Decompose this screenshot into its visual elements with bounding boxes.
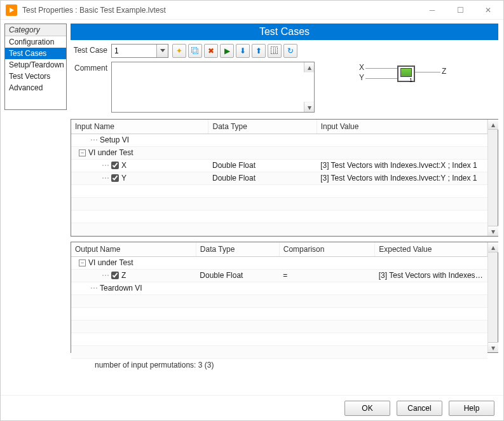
import-button[interactable]: ⬇: [236, 44, 250, 58]
tree-expander-icon[interactable]: −: [79, 149, 86, 156]
output-table: Output NameData TypeComparisonExpected V…: [71, 242, 498, 353]
scroll-down-icon[interactable]: ▾: [488, 342, 498, 352]
svg-marker-0: [10, 8, 14, 13]
help-button[interactable]: Help: [449, 401, 494, 416]
table-row[interactable]: [71, 184, 487, 197]
select-all-icon: ⿲: [271, 46, 278, 55]
table-row[interactable]: [71, 294, 487, 307]
cell-expected: [375, 256, 487, 269]
column-header[interactable]: Output Name: [71, 242, 196, 256]
chevron-down-icon[interactable]: [156, 45, 168, 57]
cell-type: [208, 134, 317, 146]
sidebar-item-setup-teardown[interactable]: Setup/Teardown: [5, 59, 66, 71]
column-header[interactable]: Input Name: [71, 120, 208, 134]
table-row[interactable]: ⋯XDouble Float[3] Test Vectors with Inde…: [71, 159, 487, 172]
table-row[interactable]: −VI under Test: [71, 256, 487, 269]
refresh-button[interactable]: ↻: [283, 44, 297, 58]
category-sidebar: Category ConfigurationTest CasesSetup/Te…: [1, 20, 71, 395]
row-checkbox[interactable]: [111, 272, 119, 279]
sidebar-header: Category: [5, 24, 66, 36]
test-case-select[interactable]: [111, 44, 168, 58]
scroll-down-icon[interactable]: ▾: [488, 226, 498, 236]
table-row[interactable]: [71, 197, 487, 210]
sidebar-item-configuration[interactable]: Configuration: [5, 36, 66, 48]
table-row[interactable]: [71, 320, 487, 333]
run-icon: ▶: [224, 46, 230, 55]
svg-marker-1: [160, 49, 165, 52]
table-row[interactable]: [71, 210, 487, 223]
column-header[interactable]: Data Type: [196, 242, 279, 256]
diagram-output-z: Z: [442, 67, 446, 76]
new-button[interactable]: ✦: [172, 44, 186, 58]
cell-type: Double Float: [208, 159, 317, 172]
column-header[interactable]: Expected Value: [375, 242, 487, 256]
cell-type: [196, 282, 279, 294]
diagram-input-x: X: [359, 63, 364, 72]
column-header[interactable]: Input Value: [317, 120, 487, 134]
permutations-text: number of input permutations: 3 (3): [71, 355, 498, 376]
input-table: Input NameData TypeInput Value ⋯Setup VI…: [71, 119, 498, 237]
row-name: X: [121, 161, 126, 170]
test-case-label: Test Case: [71, 44, 111, 55]
cell-comparison: =: [279, 269, 375, 282]
maximize-button[interactable]: ☐: [446, 1, 474, 19]
close-button[interactable]: ✕: [474, 1, 502, 19]
comment-textarea[interactable]: [112, 62, 304, 112]
sidebar-item-test-cases[interactable]: Test Cases: [5, 48, 66, 59]
scroll-down-icon[interactable]: ▾: [304, 102, 314, 112]
delete-button[interactable]: ✖: [204, 44, 218, 58]
minimize-button[interactable]: ─: [418, 1, 446, 19]
copy-icon: ⿻: [191, 46, 199, 55]
column-header[interactable]: Data Type: [208, 120, 317, 134]
window-title: Test Properties : Basic Test Example.lvt…: [22, 6, 418, 15]
scroll-up-icon[interactable]: ▴: [488, 242, 498, 252]
cell-value: [3] Test Vectors with Indexes.lvvect:X ;…: [317, 159, 487, 172]
table-row[interactable]: [71, 333, 487, 345]
tree-expander-icon[interactable]: −: [79, 259, 86, 266]
tree-branch-icon: ⋯: [102, 271, 109, 280]
cell-type: Double Float: [196, 269, 279, 282]
cell-expected: [3] Test Vectors with Indexes.lvvect:Z ;…: [375, 269, 487, 282]
table-row[interactable]: ⋯YDouble Float[3] Test Vectors with Inde…: [71, 172, 487, 184]
comment-label: Comment: [71, 62, 111, 72]
row-name: VI under Test: [88, 258, 133, 267]
export-button[interactable]: ⬆: [252, 44, 266, 58]
tree-branch-icon: ⋯: [102, 161, 109, 170]
table-row[interactable]: −VI under Test: [71, 146, 487, 159]
cell-comparison: [279, 256, 375, 269]
table-row[interactable]: ⋯Setup VI: [71, 134, 487, 146]
row-checkbox[interactable]: [111, 174, 119, 182]
test-case-input[interactable]: [112, 45, 156, 57]
cell-value: [317, 134, 487, 146]
table-row[interactable]: ⋯Teardown VI: [71, 282, 487, 294]
import-icon: ⬇: [240, 46, 246, 55]
scroll-up-icon[interactable]: ▴: [488, 120, 498, 130]
sidebar-item-advanced[interactable]: Advanced: [5, 82, 66, 93]
sidebar-item-test-vectors[interactable]: Test Vectors: [5, 71, 66, 82]
diagram-input-y: Y: [359, 73, 364, 82]
row-name: VI under Test: [88, 148, 133, 157]
table-row[interactable]: ⋯ZDouble Float=[3] Test Vectors with Ind…: [71, 269, 487, 282]
table-row[interactable]: [71, 307, 487, 320]
row-checkbox[interactable]: [111, 162, 119, 169]
table-row[interactable]: [71, 223, 487, 235]
scroll-up-icon[interactable]: ▴: [304, 62, 314, 72]
column-header[interactable]: Comparison: [279, 242, 375, 256]
cancel-button[interactable]: Cancel: [397, 401, 442, 416]
ok-button[interactable]: OK: [344, 401, 390, 416]
cell-expected: [375, 282, 487, 294]
select-all-button[interactable]: ⿲: [268, 44, 282, 58]
content-header: Test Cases: [71, 24, 498, 40]
tree-branch-icon: ⋯: [102, 174, 109, 183]
delete-icon: ✖: [208, 46, 214, 55]
tree-branch-icon: ⋯: [90, 135, 97, 144]
row-name: Setup VI: [100, 135, 129, 144]
export-icon: ⬆: [255, 46, 262, 55]
cell-type: [196, 256, 279, 269]
vi-diagram: X Y Z 1: [327, 62, 486, 113]
copy-button[interactable]: ⿻: [188, 44, 202, 58]
run-button[interactable]: ▶: [220, 44, 234, 58]
row-name: Y: [121, 174, 126, 183]
row-name: Z: [121, 271, 126, 280]
table-row[interactable]: [71, 345, 487, 358]
